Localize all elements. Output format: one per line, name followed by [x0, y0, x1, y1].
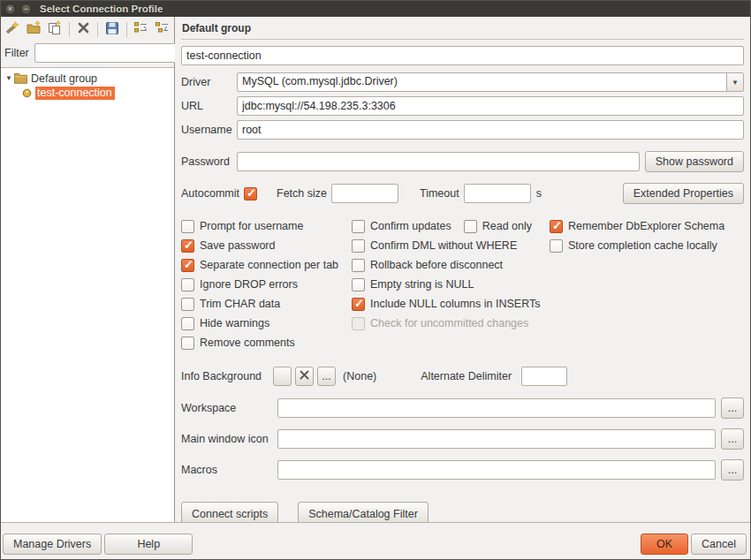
checkbox-box[interactable] — [181, 239, 194, 253]
driver-combobox[interactable]: MySQL (com.mysql.jdbc.Driver) ▼ — [237, 72, 744, 92]
checkbox-box[interactable] — [181, 337, 194, 350]
connect-scripts-button[interactable]: Connect scripts — [181, 502, 278, 522]
fetch-size-input[interactable] — [331, 184, 398, 203]
collapse-groups-button[interactable] — [152, 19, 171, 39]
copy-profile-icon — [47, 20, 62, 38]
checkbox-box[interactable] — [181, 317, 194, 330]
delete-profile-button[interactable] — [74, 19, 94, 39]
copy-profile-button[interactable] — [45, 19, 64, 39]
save-profiles-button[interactable] — [102, 19, 122, 39]
new-profile-button[interactable] — [4, 19, 23, 39]
autocommit-row: Autocommit Fetch size Timeout s Extended… — [181, 183, 744, 204]
password-input[interactable] — [237, 152, 640, 171]
info-background-color-swatch[interactable] — [273, 367, 292, 386]
close-icon[interactable]: × — [4, 4, 16, 15]
expand-groups-button[interactable] — [132, 19, 151, 39]
ok-button[interactable]: OK — [641, 534, 688, 555]
checkbox-box — [352, 317, 365, 330]
checkbox-save-password[interactable]: Save password — [181, 239, 275, 253]
fetch-size-label: Fetch size — [277, 187, 327, 200]
profile-tree-panel: Filter ▼ Default group — [1, 17, 175, 522]
autocommit-checkbox[interactable] — [244, 187, 257, 201]
checkbox-box[interactable] — [352, 259, 365, 272]
profile-name-row — [181, 46, 744, 65]
checkbox-box[interactable] — [352, 298, 365, 311]
checkbox-hide-warnings[interactable]: Hide warnings — [181, 317, 269, 330]
main-window-icon-input[interactable] — [277, 429, 716, 449]
checkbox-ignore-drop-errors[interactable]: Ignore DROP errors — [181, 278, 298, 291]
tree-group-default[interactable]: ▼ Default group — [1, 71, 174, 86]
clear-color-icon — [300, 370, 309, 382]
tree-item-test-connection[interactable]: test-connection — [1, 86, 174, 101]
expander-icon[interactable]: ▼ — [5, 74, 14, 82]
main-window-icon-browse-button[interactable]: ... — [721, 428, 744, 450]
checkbox-label: Rollback before disconnect — [370, 259, 503, 271]
checkbox-include-null-columns[interactable]: Include NULL columns in INSERTs — [352, 298, 540, 311]
checkbox-store-completion-cache[interactable]: Store completion cache locally — [550, 239, 717, 253]
checkbox-box[interactable] — [352, 239, 365, 253]
macros-label: Macros — [181, 464, 277, 476]
help-button[interactable]: Help — [104, 534, 193, 555]
checkbox-label: Empty string is NULL — [370, 278, 474, 291]
options-grid: Prompt for username Save password Separa… — [181, 216, 744, 352]
username-label: Username — [181, 124, 237, 136]
checkbox-confirm-updates[interactable]: Confirm updates — [352, 220, 451, 233]
titlebar: × − Select Connection Profile — [1, 1, 750, 17]
checkbox-box[interactable] — [550, 239, 563, 253]
macros-browse-button[interactable]: ... — [721, 459, 744, 481]
profile-icon — [22, 88, 32, 98]
checkbox-box[interactable] — [181, 220, 194, 233]
checkbox-read-only[interactable]: Read only — [464, 220, 532, 233]
tree-item-label: test-connection — [35, 87, 115, 100]
checkbox-box[interactable] — [181, 278, 194, 291]
checkbox-box[interactable] — [181, 298, 194, 311]
info-background-label: Info Background — [181, 370, 262, 382]
chevron-down-icon[interactable]: ▼ — [726, 73, 743, 91]
macros-input[interactable] — [277, 460, 716, 480]
autocommit-label: Autocommit — [181, 187, 239, 200]
manage-drivers-button[interactable]: Manage Drivers — [3, 534, 102, 555]
filter-input[interactable] — [34, 43, 187, 63]
checkbox-remove-comments[interactable]: Remove comments — [181, 337, 295, 350]
timeout-input[interactable] — [464, 184, 531, 203]
cancel-button[interactable]: Cancel — [691, 534, 747, 555]
workspace-row: Workspace ... — [181, 397, 744, 419]
new-group-button[interactable] — [25, 19, 44, 39]
clear-color-button[interactable] — [295, 367, 314, 386]
checkbox-box[interactable] — [352, 220, 365, 233]
checkbox-label: Save password — [200, 239, 275, 252]
toolbar-separator — [126, 22, 127, 37]
url-input[interactable] — [237, 96, 744, 116]
checkbox-label: Check for uncommitted changes — [370, 317, 528, 329]
checkbox-confirm-dml-without-where[interactable]: Confirm DML without WHERE — [352, 239, 517, 253]
info-background-browse-button[interactable]: ... — [317, 367, 336, 386]
checkbox-label: Remove comments — [200, 337, 295, 349]
driver-value: MySQL (com.mysql.jdbc.Driver) — [238, 73, 726, 91]
alternate-delimiter-input[interactable] — [521, 367, 567, 386]
checkbox-trim-char-data[interactable]: Trim CHAR data — [181, 298, 280, 311]
extended-properties-button[interactable]: Extended Properties — [623, 183, 744, 204]
checkbox-box[interactable] — [464, 220, 477, 233]
checkbox-box[interactable] — [181, 259, 194, 272]
checkbox-label: Confirm updates — [370, 220, 451, 232]
expand-groups-icon — [133, 20, 148, 38]
macros-row: Macros ... — [181, 459, 744, 481]
username-input[interactable] — [237, 120, 744, 140]
checkbox-rollback-before-disconnect[interactable]: Rollback before disconnect — [352, 259, 503, 272]
profile-name-input[interactable] — [181, 46, 744, 65]
workspace-browse-button[interactable]: ... — [721, 397, 744, 419]
checkbox-box[interactable] — [550, 220, 563, 233]
checkbox-separate-connection-per-tab[interactable]: Separate connection per tab — [181, 259, 338, 272]
alternate-delimiter-label: Alternate Delimiter — [421, 370, 512, 382]
password-row: Password Show password — [181, 151, 744, 172]
checkbox-prompt-for-username[interactable]: Prompt for username — [181, 220, 303, 233]
show-password-button[interactable]: Show password — [645, 151, 744, 172]
checkbox-box[interactable] — [352, 278, 365, 291]
schema-catalog-filter-button[interactable]: Schema/Catalog Filter — [298, 502, 429, 522]
checkbox-remember-dbexplorer-schema[interactable]: Remember DbExplorer Schema — [550, 220, 724, 233]
checkbox-empty-string-is-null[interactable]: Empty string is NULL — [352, 278, 474, 291]
minimize-icon[interactable]: − — [20, 4, 32, 15]
checkbox-check-uncommitted-changes: Check for uncommitted changes — [352, 317, 528, 330]
workspace-input[interactable] — [277, 398, 716, 418]
new-profile-icon — [5, 20, 20, 38]
